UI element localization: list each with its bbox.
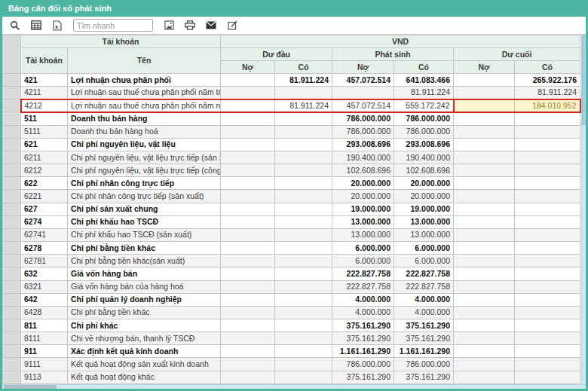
cell-name[interactable]: Giá vốn hàng bán của hàng hoá	[68, 280, 221, 293]
horizontal-scrollbar[interactable]	[2, 384, 586, 389]
cell-ps-co[interactable]: 6.000.000	[394, 255, 454, 267]
cell-dc-co[interactable]	[515, 215, 580, 228]
header-movement-credit[interactable]: Có	[394, 61, 454, 74]
header-opening-debit[interactable]: Nợ	[221, 61, 275, 74]
row-selector[interactable]	[3, 203, 21, 215]
cell-dd-no[interactable]	[221, 177, 275, 190]
cell-name[interactable]: Lợi nhuận sau thuế chưa phân phối năm na…	[68, 99, 221, 112]
row-selector[interactable]	[3, 125, 21, 138]
cell-dd-no[interactable]	[221, 242, 275, 255]
cell-dc-no[interactable]	[454, 371, 515, 383]
cell-dd-no[interactable]	[221, 203, 275, 215]
cell-dc-co[interactable]	[515, 203, 580, 215]
cell-dd-co[interactable]	[275, 215, 332, 228]
cell-name[interactable]: Giá vốn hàng bán	[68, 267, 221, 280]
cell-dc-co[interactable]	[515, 242, 580, 255]
cell-ps-no[interactable]: 222.827.758	[332, 267, 394, 280]
cell-dd-no[interactable]	[221, 99, 275, 112]
cell-dd-co[interactable]	[275, 190, 332, 203]
cell-name[interactable]: Chi phí nhân công trực tiếp (sản xuất)	[68, 190, 221, 203]
header-opening-group[interactable]: Dư đầu	[221, 48, 332, 61]
cell-account[interactable]: 811	[21, 319, 68, 331]
cell-dd-co[interactable]	[275, 242, 332, 255]
cell-name[interactable]: Lợi nhuận sau thuế chưa phân phối năm tr…	[68, 87, 221, 99]
cell-dc-no[interactable]	[454, 125, 515, 138]
cell-ps-no[interactable]: 4.000.000	[332, 306, 394, 319]
cell-dc-no[interactable]	[454, 138, 515, 151]
cell-name[interactable]: Chi về nhượng bán, thanh lý TSCĐ	[68, 332, 221, 345]
row-selector-header[interactable]	[3, 35, 21, 74]
cell-ps-no[interactable]: 375.161.290	[332, 371, 394, 383]
cell-dc-co[interactable]	[515, 177, 580, 190]
cell-ps-no[interactable]: 786.000.000	[332, 358, 394, 371]
cell-name[interactable]: Chi phí nguyên liệu, vật liệu trực tiếp …	[68, 151, 221, 163]
cell-dd-no[interactable]	[221, 280, 275, 293]
cell-dd-co[interactable]	[275, 151, 332, 163]
cell-name[interactable]: Kết quả hoạt động sản xuất kinh doanh	[68, 358, 221, 371]
cell-ps-no[interactable]: 457.072.514	[332, 99, 394, 112]
cell-ps-co[interactable]: 13.000.000	[394, 215, 454, 228]
row-selector[interactable]	[3, 151, 21, 163]
cell-dc-co[interactable]	[515, 255, 580, 267]
cell-dd-no[interactable]	[221, 358, 275, 371]
cell-dd-no[interactable]	[221, 215, 275, 228]
cell-dd-no[interactable]	[221, 87, 275, 99]
cell-ps-co[interactable]: 375.161.290	[394, 371, 454, 383]
cell-dc-co[interactable]	[515, 280, 580, 293]
cell-dc-no[interactable]	[454, 215, 515, 228]
cell-ps-no[interactable]: 457.072.514	[332, 74, 394, 87]
header-movement-debit[interactable]: Nợ	[332, 61, 394, 74]
cell-dd-no[interactable]	[221, 319, 275, 331]
cell-name[interactable]: Doanh thu bán hàng hoá	[68, 125, 221, 138]
row-selector[interactable]	[3, 332, 21, 345]
cell-ps-co[interactable]: 6.000.000	[394, 242, 454, 255]
cell-account[interactable]: 632	[21, 267, 68, 280]
cell-ps-no[interactable]: 786.000.000	[332, 125, 394, 138]
cell-dc-no[interactable]	[454, 267, 515, 280]
cell-dc-no[interactable]	[454, 74, 515, 87]
cell-ps-no[interactable]	[332, 87, 394, 99]
header-account-group[interactable]: Tài khoản	[21, 35, 221, 48]
cell-ps-co[interactable]: 293.008.696	[394, 138, 454, 151]
cell-dd-no[interactable]	[221, 345, 275, 358]
calculator-icon[interactable]	[28, 19, 44, 32]
cell-dd-co[interactable]	[275, 255, 332, 267]
cell-account[interactable]: 642	[21, 293, 68, 306]
row-selector[interactable]	[3, 319, 21, 331]
cell-ps-co[interactable]: 1.161.161.290	[394, 345, 454, 358]
row-selector[interactable]	[3, 371, 21, 383]
cell-dd-co[interactable]	[275, 371, 332, 383]
header-closing-credit[interactable]: Có	[515, 61, 580, 74]
cell-dc-co[interactable]	[515, 293, 580, 306]
cell-ps-co[interactable]: 786.000.000	[394, 125, 454, 138]
header-currency-group[interactable]: VND	[221, 35, 580, 48]
cell-ps-co[interactable]: 20.000.000	[394, 190, 454, 203]
cell-account[interactable]: 4212	[21, 99, 68, 112]
cell-dc-no[interactable]	[454, 164, 515, 177]
cell-dc-no[interactable]	[454, 293, 515, 306]
cell-dd-no[interactable]	[221, 228, 275, 241]
cell-account[interactable]: 421	[21, 74, 68, 87]
cell-dc-no[interactable]	[454, 203, 515, 215]
cell-ps-no[interactable]: 222.827.758	[332, 280, 394, 293]
cell-ps-no[interactable]: 13.000.000	[332, 228, 394, 241]
cell-account[interactable]: 62741	[21, 228, 68, 241]
cell-dc-co[interactable]	[515, 138, 580, 151]
cell-dd-no[interactable]	[221, 151, 275, 163]
header-name-col[interactable]: Tên	[68, 48, 221, 74]
cell-name[interactable]: Doanh thu bán hàng	[68, 112, 221, 125]
header-closing-debit[interactable]: Nợ	[454, 61, 515, 74]
cell-ps-co[interactable]: 20.000.000	[394, 177, 454, 190]
cell-dc-co[interactable]: 184.010.952	[515, 99, 580, 112]
row-selector[interactable]	[3, 215, 21, 228]
cell-dd-no[interactable]	[221, 306, 275, 319]
cell-account[interactable]: 8111	[21, 332, 68, 345]
cell-account[interactable]: 9113	[21, 371, 68, 383]
cell-name[interactable]: Chi phí khác	[68, 319, 221, 331]
cell-dd-no[interactable]	[221, 371, 275, 383]
cell-ps-co[interactable]: 190.400.000	[394, 151, 454, 163]
row-selector[interactable]	[3, 345, 21, 358]
row-selector[interactable]	[3, 280, 21, 293]
vertical-scrollbar-thumb[interactable]	[582, 35, 586, 125]
cell-dc-co[interactable]	[515, 332, 580, 345]
